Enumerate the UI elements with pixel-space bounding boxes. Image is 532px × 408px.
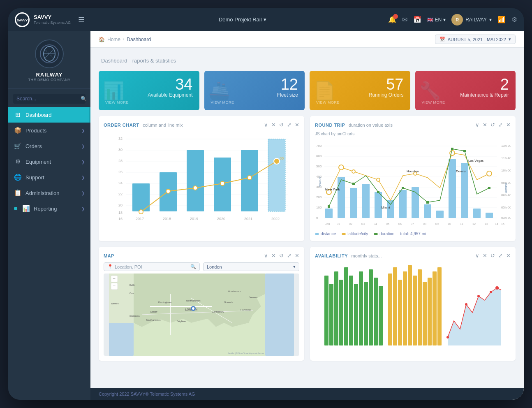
svg-rect-162: [408, 265, 412, 345]
map-search-input[interactable]: 📍 Location, POI 🔍: [104, 262, 200, 271]
svg-text:26: 26: [118, 170, 123, 174]
svg-text:Miami: Miami: [381, 206, 390, 209]
flag-icon: 🇬🇧: [427, 17, 433, 23]
legend-latitude: latitude/city: [342, 232, 368, 236]
date-chevron-icon: ▾: [509, 37, 511, 42]
stat-viewmore-equipment: VIEW MORE: [105, 100, 193, 104]
notification-bell-icon[interactable]: 🔔: [388, 16, 396, 23]
stat-card-maintenance[interactable]: 🔧 2 Maintenance & Repair VIEW MORE: [415, 71, 516, 110]
av-collapse-icon[interactable]: ∨: [475, 253, 479, 259]
content-scroll: Dashboard raports & statistics 📊 34 Avai…: [90, 48, 524, 388]
map-settings-icon[interactable]: ✕: [271, 253, 276, 259]
orders-icon: 🛒: [14, 142, 21, 150]
chart-close-icon[interactable]: ✕: [295, 122, 299, 128]
home-icon: 🏠: [99, 37, 105, 42]
calendar-icon[interactable]: 📅: [413, 16, 421, 23]
availability-controls: ∨ ✕ ↺ ⤢ ✕: [475, 253, 511, 259]
av-close-icon[interactable]: ✕: [506, 253, 511, 259]
sidebar-item-administration[interactable]: 📋 Administration ❯: [8, 185, 90, 201]
equipment-chevron-icon: ❯: [81, 160, 85, 164]
svg-text:28: 28: [118, 159, 123, 163]
rt-close-icon[interactable]: ✕: [506, 122, 511, 128]
nav-label-reporting: Reporting: [34, 206, 77, 212]
svg-text:03h 30mn: 03h 30mn: [501, 216, 511, 220]
language-selector[interactable]: 🇬🇧 EN ▾: [427, 17, 446, 23]
equipment-icon: ⚙: [14, 158, 21, 165]
av-expand-icon[interactable]: ⤢: [498, 253, 503, 259]
svg-text:32: 32: [118, 137, 123, 141]
maintenance-bg-icon: 🔧: [419, 81, 441, 101]
svg-text:12: 12: [472, 223, 476, 225]
rt-refresh-icon[interactable]: ↺: [490, 122, 495, 128]
notification-badge: [393, 14, 398, 19]
sidebar-logo-area: RAILWAY THE DEMO COMPANY: [8, 31, 90, 89]
settings-icon[interactable]: ⚙: [511, 16, 517, 23]
rt-collapse-icon[interactable]: ∨: [475, 122, 479, 128]
svg-text:30: 30: [280, 156, 284, 160]
date-range-label: AUGUST 5, 2021 - MAI 2022: [448, 37, 506, 42]
map-search-controls: 📍 Location, POI 🔍 London ▾: [104, 262, 299, 271]
stat-viewmore-orders: VIEW MORE: [316, 100, 404, 104]
user-selector[interactable]: R RAILWAY ▾: [451, 14, 492, 26]
map-refresh-icon[interactable]: ↺: [279, 253, 284, 259]
order-chart-header: ORDER CHART column and line mix ∨ ✕ ↺ ⤢ …: [104, 121, 299, 128]
svg-text:−: −: [113, 283, 116, 289]
av-settings-icon[interactable]: ✕: [483, 253, 487, 259]
chart-expand-icon[interactable]: ⤢: [287, 122, 291, 128]
date-range-picker[interactable]: 📅 AUGUST 5, 2021 - MAI 2022 ▾: [435, 35, 516, 44]
svg-text:01: 01: [337, 223, 340, 225]
svg-text:13: 13: [485, 223, 488, 225]
map-expand-icon[interactable]: ⤢: [287, 253, 291, 259]
svg-text:2020: 2020: [217, 217, 225, 221]
map-close-icon[interactable]: ✕: [295, 253, 299, 259]
map-panel: MAP ∨ ✕ ↺ ⤢ ✕ 📍: [99, 247, 304, 361]
chart-refresh-icon[interactable]: ↺: [279, 122, 284, 128]
svg-text:04: 04: [374, 223, 377, 225]
svg-rect-151: [349, 276, 353, 345]
stat-card-orders[interactable]: 📄 57 Running Orders VIEW MORE: [310, 71, 410, 110]
svg-rect-148: [334, 271, 338, 345]
top-bar: SAVVY SAVVY Telematic Systems AG ☰ Demo …: [8, 8, 524, 31]
project-selector[interactable]: Demo Projekt Rail ▾: [219, 16, 266, 23]
rt-settings-icon[interactable]: ✕: [483, 122, 487, 128]
map-svg: Birmingham Northampton Norwich Cardiff L…: [104, 274, 299, 356]
svg-rect-67: [325, 209, 333, 218]
sidebar-item-equipment[interactable]: ⚙ Equipment ❯: [8, 154, 90, 169]
charts-row: ORDER CHART column and line mix ∨ ✕ ↺ ⤢ …: [99, 116, 516, 241]
search-box[interactable]: 🔍: [13, 94, 86, 104]
chart-settings-icon[interactable]: ✕: [271, 122, 276, 128]
svg-rect-70: [362, 184, 370, 218]
rt-expand-icon[interactable]: ⤢: [498, 122, 503, 128]
svg-rect-158: [388, 274, 392, 345]
svg-rect-71: [375, 192, 382, 218]
chart-collapse-icon[interactable]: ∨: [264, 122, 268, 128]
sidebar-item-support[interactable]: 🌐 Support ❯: [8, 169, 90, 185]
rt-legend: distance latitude/city duration: [315, 232, 511, 236]
stat-card-equipment[interactable]: 📊 34 Available Equipment VIEW MORE: [99, 71, 199, 110]
sidebar-item-products[interactable]: 📦 Products ❯: [8, 123, 90, 138]
svg-text:16: 16: [118, 217, 123, 221]
svg-rect-164: [418, 269, 422, 345]
svg-text:Denver: Denver: [456, 169, 467, 173]
sidebar-item-dashboard[interactable]: ⊞ Dashboard: [8, 107, 90, 123]
svg-rect-154: [364, 282, 368, 345]
search-input[interactable]: [16, 96, 78, 102]
sidebar-item-reporting[interactable]: 📊 Reporting ❯: [8, 201, 90, 216]
content-header: 🏠 Home › Dashboard 📅 AUGUST 5, 2021 - MA…: [90, 31, 524, 48]
svg-text:Dublin: Dublin: [130, 284, 135, 286]
svg-text:2018: 2018: [163, 217, 171, 221]
svg-rect-92: [426, 201, 429, 204]
svg-rect-77: [449, 159, 456, 218]
stat-card-fleet[interactable]: 🚢 12 Fleet size VIEW MORE: [204, 71, 305, 110]
av-refresh-icon[interactable]: ↺: [490, 253, 495, 259]
map-location-input[interactable]: London ▾: [203, 262, 299, 271]
support-chevron-icon: ❯: [81, 175, 85, 180]
fleet-bg-icon: 🚢: [208, 81, 230, 101]
svg-text:Amsterdam: Amsterdam: [228, 290, 241, 292]
svg-text:2017: 2017: [136, 217, 144, 221]
svg-rect-68: [338, 177, 345, 218]
hamburger-button[interactable]: ☰: [78, 15, 85, 24]
email-icon[interactable]: ✉: [402, 16, 407, 23]
map-collapse-icon[interactable]: ∨: [264, 253, 268, 259]
sidebar-item-orders[interactable]: 🛒 Orders ❯: [8, 138, 90, 154]
